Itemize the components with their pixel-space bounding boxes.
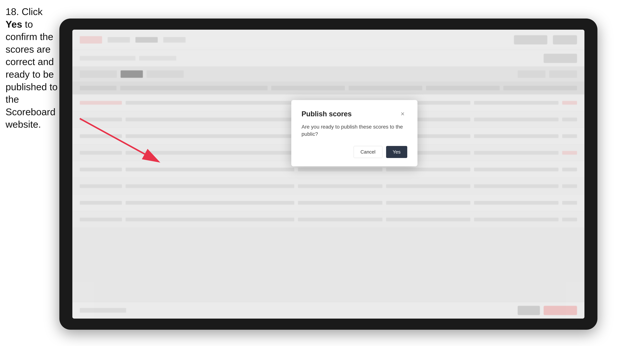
cell — [562, 184, 577, 188]
app-filter-bar — [72, 67, 584, 81]
cell — [474, 101, 558, 105]
app-nav — [108, 37, 508, 43]
col-header-6 — [503, 86, 577, 90]
table-row — [72, 178, 584, 194]
cell — [386, 218, 470, 221]
cell — [126, 118, 294, 121]
filter-right-2 — [549, 70, 577, 78]
col-header-3 — [271, 86, 345, 90]
cell — [562, 168, 577, 171]
cell — [80, 118, 122, 121]
cell — [562, 118, 577, 121]
app-toolbar — [72, 50, 584, 67]
dialog-title: Publish scores — [302, 110, 352, 118]
cell — [562, 218, 577, 221]
filter-item-1 — [80, 70, 117, 78]
cell — [474, 218, 558, 221]
app-logo — [80, 36, 102, 43]
cell — [562, 151, 577, 155]
cell — [474, 184, 558, 188]
cell — [298, 201, 382, 205]
cell — [562, 134, 577, 138]
cell — [386, 184, 470, 188]
cell — [126, 151, 294, 155]
footer-btn-1 — [518, 306, 540, 315]
col-header-4 — [348, 86, 422, 90]
cell — [474, 201, 558, 205]
cancel-button[interactable]: Cancel — [354, 146, 382, 158]
instruction-body: Click Yes to confirm the scores are corr… — [6, 6, 58, 130]
cell — [126, 218, 294, 221]
cell — [474, 168, 558, 171]
yes-button[interactable]: Yes — [386, 146, 407, 158]
toolbar-action — [544, 54, 577, 63]
cell — [562, 201, 577, 205]
cell — [80, 151, 122, 155]
cell — [386, 168, 470, 171]
tablet-device: Publish scores × Are you ready to publis… — [59, 18, 598, 330]
cell — [474, 118, 558, 121]
app-table-header — [72, 81, 584, 94]
dialog-actions: Cancel Yes — [302, 146, 407, 158]
cell — [126, 101, 294, 105]
filter-item-3 — [146, 70, 184, 78]
cell — [80, 101, 122, 105]
cell — [386, 201, 470, 205]
step-number: 18. — [6, 6, 19, 17]
cell — [80, 184, 122, 188]
app-breadcrumb-2 — [139, 56, 176, 61]
dialog-close-button[interactable]: × — [398, 109, 407, 119]
app-header-action-2 — [553, 35, 577, 44]
table-row — [72, 194, 584, 211]
cell — [562, 101, 577, 105]
footer-btn-2 — [544, 306, 577, 315]
cell — [80, 168, 122, 171]
app-header — [72, 30, 584, 50]
cell — [474, 151, 558, 155]
col-header-1 — [80, 86, 116, 90]
dialog-message: Are you ready to publish these scores to… — [302, 123, 407, 138]
app-footer — [72, 302, 584, 319]
cell — [80, 201, 122, 205]
publish-scores-dialog: Publish scores × Are you ready to publis… — [291, 100, 418, 166]
cell — [126, 134, 294, 138]
app-nav-item-2 — [136, 37, 158, 43]
app-breadcrumb — [80, 56, 136, 61]
col-header-2 — [120, 86, 268, 90]
app-background — [72, 30, 584, 319]
cell — [298, 184, 382, 188]
instruction-text: 18. Click Yes to confirm the scores are … — [6, 5, 59, 131]
cell — [126, 184, 294, 188]
app-nav-item-1 — [108, 37, 130, 43]
filter-right-1 — [518, 70, 546, 78]
col-header-5 — [426, 86, 500, 90]
cell — [298, 168, 382, 171]
cell — [80, 218, 122, 221]
dialog-header: Publish scores × — [302, 109, 407, 119]
filter-item-selected — [120, 70, 143, 78]
app-nav-item-3 — [163, 37, 186, 43]
footer-text — [80, 308, 126, 313]
cell — [80, 134, 122, 138]
tablet-screen: Publish scores × Are you ready to publis… — [72, 30, 584, 319]
table-row — [72, 211, 584, 228]
cell — [126, 201, 294, 205]
cell — [126, 168, 294, 171]
app-header-action — [514, 35, 547, 44]
cell — [474, 134, 558, 138]
bold-yes: Yes — [6, 19, 22, 30]
cell — [298, 218, 382, 221]
